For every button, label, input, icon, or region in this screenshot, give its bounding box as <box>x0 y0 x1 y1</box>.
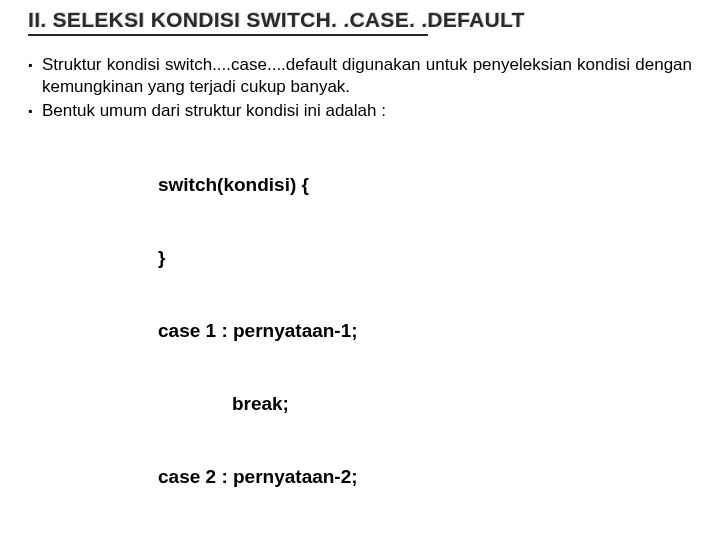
bullet-text: Struktur kondisi switch....case....defau… <box>42 54 692 98</box>
bullet-square-icon: ▪ <box>28 100 42 122</box>
bullet-item: ▪ Bentuk umum dari struktur kondisi ini … <box>28 100 692 122</box>
code-line: case 2 : pernyataan-2; <box>158 465 692 489</box>
bullet-square-icon: ▪ <box>28 54 42 98</box>
slide-body: ▪ Struktur kondisi switch....case....def… <box>28 54 692 540</box>
code-line: switch(kondisi) { <box>158 173 692 197</box>
slide-title: II. SELEKSI KONDISI SWITCH. .CASE. .DEFA… <box>28 8 525 32</box>
code-line: case 1 : pernyataan-1; <box>158 319 692 343</box>
bullet-item: ▪ Struktur kondisi switch....case....def… <box>28 54 692 98</box>
code-line: break; <box>158 392 692 416</box>
bullet-text: Bentuk umum dari struktur kondisi ini ad… <box>42 100 692 122</box>
code-line: } <box>158 246 692 270</box>
slide-title-wrap: II. SELEKSI KONDISI SWITCH. .CASE. .DEFA… <box>28 8 692 42</box>
code-block: switch(kondisi) { } case 1 : pernyataan-… <box>158 124 692 540</box>
title-underline <box>28 34 428 36</box>
slide: II. SELEKSI KONDISI SWITCH. .CASE. .DEFA… <box>0 0 720 540</box>
